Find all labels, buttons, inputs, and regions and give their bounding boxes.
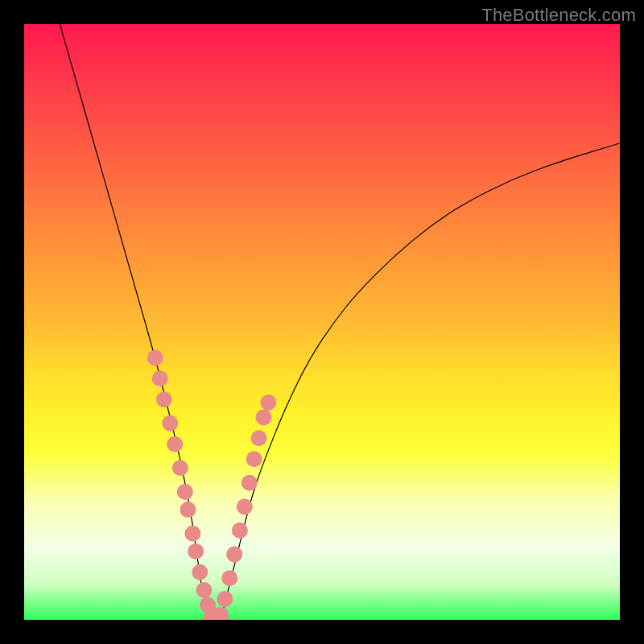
marker-dot [260,394,276,411]
marker-dot [192,564,208,580]
marker-dot [147,349,163,365]
chart-frame: TheBottleneck.com [0,0,644,644]
marker-dot [251,430,267,446]
curve-right [221,143,620,620]
marker-dot [221,570,237,586]
marker-dot [232,522,248,539]
marker-dot [167,436,183,452]
marker-dot [196,582,212,598]
marker-dot [177,484,193,500]
marker-dot [162,415,178,431]
plot-area [24,24,620,620]
marker-dot [188,543,204,559]
marker-dot [255,409,271,425]
watermark-text: TheBottleneck.com [481,5,636,26]
marker-dot [180,502,196,518]
marker-dot [226,547,242,563]
marker-dot [237,498,253,514]
marker-dot [246,451,262,467]
marker-dot [172,460,188,476]
marker-dot [152,370,168,386]
marker-dot [156,391,172,407]
chart-svg [24,24,620,620]
marker-dot [242,475,258,491]
marker-dots [147,349,277,620]
marker-dot [217,591,233,607]
marker-dot [184,526,200,542]
